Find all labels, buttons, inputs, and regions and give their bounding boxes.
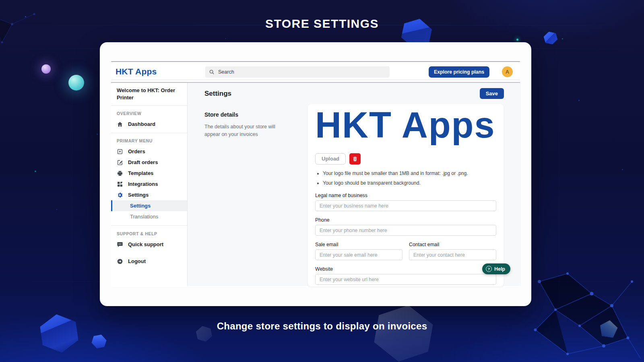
- sale-email-label: Sale email: [315, 242, 402, 247]
- chat-bubble-icon: [117, 241, 123, 248]
- contact-email-label: Contact email: [409, 242, 496, 247]
- page: STORE SETTINGS HKT Apps Explore pricing …: [0, 0, 644, 362]
- decor-polyhedron-bottom-left-small: [89, 332, 108, 351]
- question-mark-icon: ?: [486, 266, 492, 272]
- phone-field[interactable]: [315, 225, 496, 236]
- upload-button[interactable]: Upload: [315, 153, 346, 165]
- sidebar-subitem-settings[interactable]: Settings: [111, 200, 187, 211]
- sidebar-item-quick-support[interactable]: Quick support: [111, 239, 187, 250]
- glow-sphere-cyan: [68, 75, 84, 90]
- printer-icon: [117, 170, 123, 177]
- logo-notes: Your logo file must be smaller than 1MB …: [323, 170, 496, 187]
- app-window-card: HKT Apps Explore pricing plans A Welcome…: [100, 42, 531, 306]
- contact-email-field[interactable]: [409, 249, 496, 260]
- business-name-label: Legal name of business: [315, 193, 496, 198]
- section-label-overview: OVERVIEW: [117, 111, 182, 116]
- page-heading: Settings: [204, 90, 231, 98]
- phone-label: Phone: [315, 217, 496, 223]
- sale-email-field[interactable]: [315, 249, 402, 260]
- decor-polyhedron-bottom-left: [36, 311, 82, 355]
- app-logo[interactable]: HKT Apps: [116, 67, 157, 76]
- search-icon: [209, 69, 215, 75]
- avatar[interactable]: A: [502, 66, 513, 77]
- search-input[interactable]: [218, 69, 386, 75]
- trash-icon: [352, 156, 358, 162]
- business-name-field[interactable]: [315, 200, 496, 211]
- sidebar-item-draft-orders[interactable]: Draft orders: [111, 157, 187, 168]
- search-bar[interactable]: [205, 66, 390, 78]
- welcome-text: Welcome to HKT: Order Printer: [111, 83, 187, 106]
- sidebar-item-dashboard[interactable]: Dashboard: [111, 119, 187, 130]
- draft-edit-icon: [117, 159, 123, 166]
- explore-pricing-button[interactable]: Explore pricing plans: [429, 66, 489, 78]
- website-field[interactable]: [315, 274, 496, 285]
- sidebar-item-orders[interactable]: Orders: [111, 146, 187, 157]
- sidebar-item-settings[interactable]: Settings: [111, 189, 187, 200]
- sidebar-item-logout[interactable]: Logout: [111, 256, 187, 267]
- save-button[interactable]: Save: [480, 88, 504, 99]
- home-icon: [117, 121, 123, 128]
- sidebar-item-templates[interactable]: Templates: [111, 168, 187, 179]
- section-title: Store details: [204, 111, 291, 118]
- gear-icon: [117, 192, 123, 198]
- glow-sphere-purple: [41, 64, 51, 74]
- section-label-support: SUPPORT & HELP: [117, 231, 182, 236]
- page-title: STORE SETTINGS: [0, 17, 644, 31]
- section-description: The details about your store will appear…: [204, 123, 291, 138]
- integrations-blocks-icon: [117, 181, 123, 187]
- settings-content: Settings Save Store details The details …: [188, 83, 521, 286]
- help-button[interactable]: ? Help: [482, 263, 510, 274]
- network-plexus-decoration: [531, 269, 644, 362]
- logo-note: Your logo file must be smaller than 1MB …: [323, 170, 496, 177]
- sidebar-item-integrations[interactable]: Integrations: [111, 179, 187, 189]
- website-label: Website: [315, 266, 496, 272]
- logout-arrow-icon: [117, 258, 123, 265]
- store-details-panel: HKT Apps Upload Your logo file must be s…: [308, 104, 504, 287]
- orders-tray-icon: [117, 148, 123, 155]
- app-header: HKT Apps Explore pricing plans A: [111, 64, 520, 80]
- section-label-primary-menu: PRIMARY MENU: [117, 138, 182, 143]
- sidebar: Welcome to HKT: Order Printer OVERVIEW D…: [111, 83, 188, 286]
- delete-logo-button[interactable]: [349, 153, 361, 165]
- caption-text: Change store settings to display on invo…: [0, 321, 644, 332]
- app-screenshot: HKT Apps Explore pricing plans A Welcome…: [111, 64, 520, 287]
- decor-cube-small: [542, 30, 559, 47]
- logo-note: Your logo should be transparent backgrou…: [323, 179, 496, 187]
- sidebar-subitem-translations[interactable]: Translations: [111, 211, 187, 222]
- store-logo-preview: HKT Apps: [315, 108, 496, 143]
